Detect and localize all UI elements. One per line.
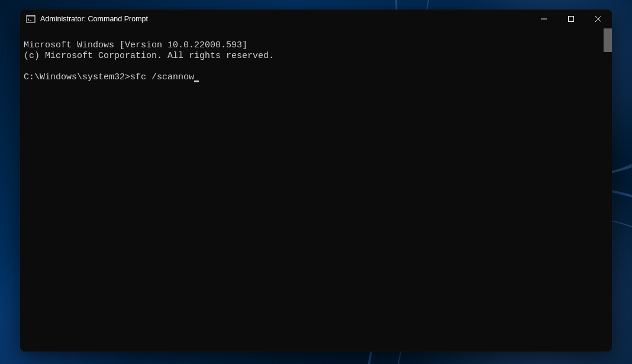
typed-command: sfc /scannow — [130, 72, 194, 82]
close-button[interactable] — [585, 9, 612, 28]
text-cursor-icon — [194, 80, 199, 82]
command-prompt-icon — [26, 14, 36, 24]
version-line: Microsoft Windows [Version 10.0.22000.59… — [24, 40, 247, 50]
command-prompt-window: Administrator: Command Prompt Microsoft … — [20, 9, 612, 352]
vertical-scrollbar[interactable] — [604, 28, 612, 52]
command-line: C:\Windows\system32>sfc /scannow — [24, 72, 199, 82]
window-title: Administrator: Command Prompt — [40, 15, 530, 23]
prompt-path: C:\Windows\system32> — [24, 72, 130, 82]
svg-rect-4 — [569, 17, 574, 22]
svg-rect-1 — [27, 15, 35, 17]
minimize-button[interactable] — [530, 9, 557, 28]
maximize-button[interactable] — [557, 9, 585, 28]
titlebar[interactable]: Administrator: Command Prompt — [20, 9, 612, 28]
copyright-line: (c) Microsoft Corporation. All rights re… — [24, 51, 274, 61]
console-output[interactable]: Microsoft Windows [Version 10.0.22000.59… — [20, 28, 612, 352]
window-controls — [530, 9, 612, 28]
